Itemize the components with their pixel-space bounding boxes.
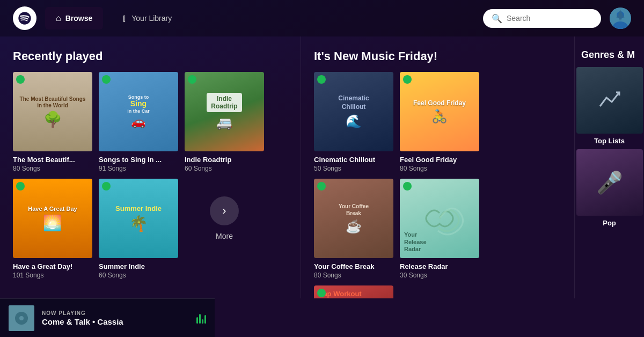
svg-point-9 <box>19 316 24 320</box>
recently-played-section: Recently played The Most Beautiful Songs… <box>0 36 301 298</box>
more-circle-icon: › <box>210 196 239 225</box>
spotify-logo[interactable] <box>13 6 36 30</box>
now-playing-bar: NOW PLAYING Come & Talk • Cassia <box>0 298 215 337</box>
card-art-songs-sing: Songs to Sing in the Car 🚗 <box>99 72 178 151</box>
card-title-songs-sing: Songs to Sing in ... <box>99 156 178 164</box>
card-art-release-radar: YourReleaseRadar <box>400 179 479 258</box>
card-indie-roadtrip[interactable]: IndieRoadtrip 🚐 Indie Roadtrip 60 Songs <box>185 72 264 172</box>
home-icon: ⌂ <box>56 13 61 23</box>
now-playing-song: Come & Talk • Cassia <box>42 317 189 326</box>
card-img-coffee-break: Your CoffeeBreak ☕ <box>314 179 393 258</box>
eq-bar-4 <box>204 315 206 324</box>
card-art-coffee-break: Your CoffeeBreak ☕ <box>314 179 393 258</box>
spotify-dot-6 <box>317 75 326 84</box>
card-subtitle-great-day: 101 Songs <box>13 272 92 279</box>
avatar[interactable] <box>610 8 631 29</box>
card-art-cinematic-chillout: CinematicChillout 🌊 <box>314 72 393 151</box>
card-title-indie-roadtrip: Indie Roadtrip <box>185 156 264 164</box>
spotify-dot-8 <box>317 182 326 191</box>
new-music-friday-title: It's New Music Friday! <box>314 49 561 63</box>
card-art-rap-workout: 🏋️ Rap Workout <box>314 285 393 298</box>
now-playing-label: NOW PLAYING <box>42 310 189 316</box>
library-label: Your Library <box>131 14 172 23</box>
card-title-release-radar: Release Radar <box>400 262 479 270</box>
library-icon: ⫿ <box>122 13 127 24</box>
card-coffee-break[interactable]: Your CoffeeBreak ☕ Your Coffee Break 80 … <box>314 179 393 279</box>
card-img-release-radar: YourReleaseRadar <box>400 179 479 258</box>
genre-art-pop: 🎤 <box>576 149 643 216</box>
card-title-great-day: Have a Great Day! <box>13 262 92 270</box>
card-most-beautiful[interactable]: The Most Beautiful Songs in the World 🌳 … <box>13 72 92 172</box>
genre-img-top-lists <box>576 67 643 134</box>
genre-art-top-lists <box>576 67 643 134</box>
eq-bar-1 <box>196 317 198 324</box>
card-subtitle-cinematic: 50 Songs <box>314 165 393 172</box>
card-img-feel-good-friday: Feel Good Friday 🚴 <box>400 72 479 151</box>
card-art-indie-roadtrip: IndieRoadtrip 🚐 <box>185 72 264 151</box>
library-button[interactable]: ⫿ Your Library <box>112 8 182 30</box>
card-img-songs-sing: Songs to Sing in the Car 🚗 <box>99 72 178 151</box>
card-title-feel-good: Feel Good Friday <box>400 156 479 164</box>
card-img-summer-indie: Summer Indie 🌴 <box>99 179 178 258</box>
recently-played-more-button[interactable]: › More <box>185 179 264 258</box>
spotify-dot-7 <box>403 75 412 84</box>
card-art-feel-good-friday: Feel Good Friday 🚴 <box>400 72 479 151</box>
card-img-indie-roadtrip: IndieRoadtrip 🚐 <box>185 72 264 151</box>
genre-title-top-lists: Top Lists <box>576 137 643 145</box>
genres-title: Genres & M <box>575 49 644 61</box>
genres-section: Genres & M Top Lists <box>574 36 644 298</box>
genre-img-pop: 🎤 <box>576 149 643 216</box>
nav-right: 🔍 <box>483 8 631 29</box>
card-rap-workout[interactable]: 🏋️ Rap Workout Rap Workout 59 Songs <box>314 285 393 298</box>
card-subtitle-songs-sing: 91 Songs <box>99 165 178 172</box>
spotify-dot-4 <box>16 182 25 191</box>
genre-card-pop[interactable]: 🎤 Pop <box>576 149 643 227</box>
card-art-summer-indie: Summer Indie 🌴 <box>99 179 178 258</box>
genre-card-top-lists[interactable]: Top Lists <box>576 67 643 145</box>
card-subtitle-most-beautiful: 80 Songs <box>13 165 92 172</box>
spotify-dot-3 <box>188 75 196 84</box>
search-input[interactable] <box>507 14 592 23</box>
eq-bar-2 <box>199 314 201 324</box>
svg-point-6 <box>18 77 23 82</box>
new-music-more-button[interactable]: › More <box>400 285 479 298</box>
card-title-most-beautiful: The Most Beautif... <box>13 156 92 164</box>
main-content: Recently played The Most Beautiful Songs… <box>0 36 644 298</box>
spotify-dot-9 <box>403 182 412 191</box>
new-music-friday-section: It's New Music Friday! CinematicChillout… <box>301 36 574 298</box>
card-release-radar[interactable]: YourReleaseRadar Release Radar 30 Songs <box>400 179 479 279</box>
search-bar[interactable]: 🔍 <box>483 9 601 28</box>
card-title-coffee: Your Coffee Break <box>314 262 393 270</box>
card-img-rap-workout: 🏋️ Rap Workout <box>314 285 393 298</box>
card-great-day[interactable]: Have A Great Day 🌅 Have a Great Day! 101… <box>13 179 92 279</box>
card-title-cinematic: Cinematic Chillout <box>314 156 393 164</box>
card-img-cinematic-chillout: CinematicChillout 🌊 <box>314 72 393 151</box>
recently-played-grid: The Most Beautiful Songs in the World 🌳 … <box>13 72 288 279</box>
browse-button[interactable]: ⌂ Browse <box>45 7 103 30</box>
card-subtitle-release-radar: 30 Songs <box>400 272 479 279</box>
spotify-dot-2 <box>102 75 111 84</box>
recently-played-title: Recently played <box>13 49 288 63</box>
spotify-dot-1 <box>16 75 25 84</box>
card-subtitle-summer-indie: 60 Songs <box>99 272 178 279</box>
browse-label: Browse <box>65 14 93 23</box>
card-cinematic-chillout[interactable]: CinematicChillout 🌊 Cinematic Chillout 5… <box>314 72 393 172</box>
recently-played-more-label: More <box>216 232 233 240</box>
card-art-most-beautiful: The Most Beautiful Songs in the World 🌳 <box>13 72 92 151</box>
now-playing-info: NOW PLAYING Come & Talk • Cassia <box>42 310 189 326</box>
eq-bar-3 <box>202 319 203 324</box>
now-playing-eq-icon <box>196 313 206 324</box>
card-feel-good-friday[interactable]: Feel Good Friday 🚴 Feel Good Friday 80 S… <box>400 72 479 172</box>
card-art-great-day: Have A Great Day 🌅 <box>13 179 92 258</box>
search-icon: 🔍 <box>492 13 502 24</box>
card-songs-sing[interactable]: Songs to Sing in the Car 🚗 Songs to Sing… <box>99 72 178 172</box>
card-subtitle-coffee: 80 Songs <box>314 272 393 279</box>
card-img-great-day: Have A Great Day 🌅 <box>13 179 92 258</box>
card-summer-indie[interactable]: Summer Indie 🌴 Summer Indie 60 Songs <box>99 179 178 279</box>
card-title-summer-indie: Summer Indie <box>99 262 178 270</box>
card-subtitle-feel-good: 80 Songs <box>400 165 479 172</box>
navbar: ⌂ Browse ⫿ Your Library 🔍 <box>0 0 644 36</box>
card-img-most-beautiful: The Most Beautiful Songs in the World 🌳 <box>13 72 92 151</box>
spotify-dot-5 <box>102 182 111 191</box>
new-music-friday-grid: CinematicChillout 🌊 Cinematic Chillout 5… <box>314 72 561 298</box>
